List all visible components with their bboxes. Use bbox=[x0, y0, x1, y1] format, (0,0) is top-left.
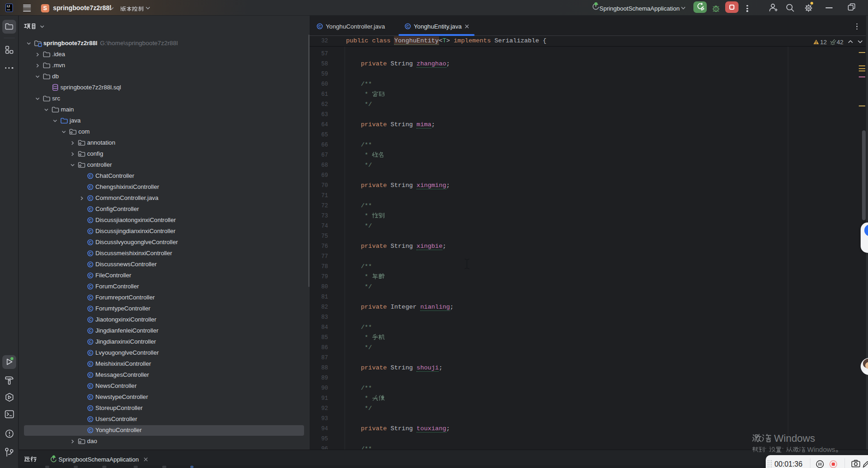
svg-text:C: C bbox=[89, 362, 92, 366]
svg-text:C: C bbox=[89, 384, 92, 388]
svg-text:C: C bbox=[89, 295, 92, 300]
svg-text:C: C bbox=[89, 317, 92, 322]
svg-text:C: C bbox=[406, 24, 409, 29]
svg-text:C: C bbox=[89, 417, 92, 421]
svg-text:C: C bbox=[89, 218, 92, 222]
svg-text:C: C bbox=[89, 229, 92, 234]
svg-text:C: C bbox=[89, 262, 92, 267]
svg-text:C: C bbox=[89, 207, 92, 211]
svg-text:C: C bbox=[89, 185, 92, 189]
svg-text:C: C bbox=[89, 428, 92, 433]
svg-text:C: C bbox=[89, 373, 92, 377]
svg-text:C: C bbox=[89, 174, 92, 178]
svg-text:C: C bbox=[89, 395, 92, 399]
svg-text:C: C bbox=[89, 351, 92, 355]
svg-text:C: C bbox=[89, 273, 92, 278]
svg-text:C: C bbox=[89, 251, 92, 256]
svg-text:C: C bbox=[89, 406, 92, 410]
svg-text:C: C bbox=[89, 339, 92, 344]
svg-text:C: C bbox=[89, 284, 92, 289]
svg-text:C: C bbox=[318, 24, 321, 29]
svg-text:C: C bbox=[89, 306, 92, 311]
svg-text:C: C bbox=[89, 196, 92, 200]
svg-text:C: C bbox=[89, 240, 92, 245]
svg-text:C: C bbox=[89, 328, 92, 333]
